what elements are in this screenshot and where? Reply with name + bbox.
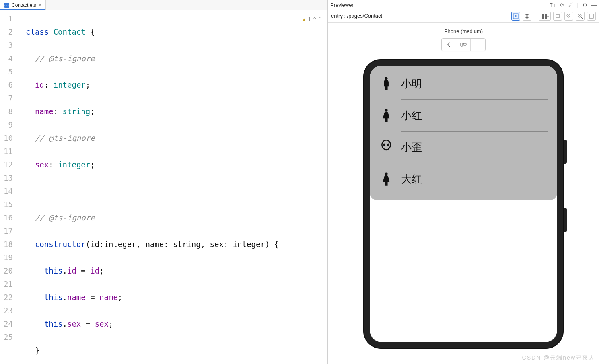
contact-name: 小歪 [401,140,422,154]
rotate-device-button[interactable] [456,39,471,51]
svg-rect-4 [542,14,544,16]
font-size-icon[interactable]: Tᴛ [550,2,556,8]
svg-line-13 [581,17,583,19]
nav-back-button[interactable] [442,39,456,51]
device-controls: ⋯ [441,38,486,51]
gear-icon[interactable]: ⚙ [583,2,587,8]
contact-row[interactable]: 小红 [379,100,548,131]
svg-text:ETS: ETS [4,4,9,7]
crop-icon[interactable] [553,12,562,21]
phone-side-button-1 [564,140,567,164]
svg-rect-8 [556,14,559,18]
contact-name: 小红 [401,109,422,123]
line-gutter: 1234567891011121314151617181920212223242… [0,10,16,364]
female-icon [379,108,394,123]
fit-screen-button[interactable] [587,12,596,21]
watermark: CSDN @云端new守夜人 [522,354,595,362]
contact-name: 大红 [401,172,422,186]
more-options-button[interactable]: ⋯ [471,39,485,51]
editor-tabbar: ETS Contact.ets × [0,0,327,10]
svg-line-10 [570,17,571,19]
minimize-icon[interactable]: — [591,2,597,8]
tab-close-button[interactable]: × [39,2,41,8]
layout-mode-dropdown[interactable] [539,12,551,21]
previewer-titlebar: Previewer Tᴛ ⟳ ☄ | ⚙ — [328,0,599,10]
ets-file-icon: ETS [4,2,10,8]
code-content[interactable]: class Contact { // @ts-ignore id: intege… [23,10,327,364]
svg-rect-18 [463,43,466,45]
previewer-title: Previewer [330,2,354,8]
refresh-icon[interactable]: ⟳ [560,2,564,8]
divider: | [577,2,578,8]
code-editor[interactable]: ▲ 1 ^ ˅ 12345678910111213141516171819202… [0,10,327,364]
svg-rect-7 [545,16,547,19]
alien-icon [379,140,394,155]
phone-side-button-2 [564,208,567,232]
component-tree-button[interactable] [523,12,531,21]
filter-icon[interactable]: ☄ [568,2,573,8]
svg-rect-17 [461,43,463,46]
fold-column [16,10,23,364]
inspector-toggle-button[interactable] [511,12,520,21]
zoom-in-button[interactable] [576,12,585,21]
phone-screen[interactable]: 小明小红小歪大红 [370,66,557,342]
editor-pane: ETS Contact.ets × ▲ 1 ^ ˅ 12345678910111… [0,0,328,364]
svg-point-3 [515,15,517,17]
contact-row[interactable]: 小歪 [379,132,548,163]
zoom-out-button[interactable] [564,12,573,21]
previewer-breadcrumb: entry : /pages/Contact [331,13,382,19]
svg-rect-5 [545,14,547,16]
contact-row[interactable]: 大红 [379,163,548,195]
svg-rect-6 [542,16,544,19]
device-label: Phone (medium) [444,28,483,34]
previewer-body: Phone (medium) ⋯ 小明小红小歪大红 CSDN @云端new守夜人 [328,23,599,364]
female-icon [379,171,394,187]
previewer-pane: Previewer Tᴛ ⟳ ☄ | ⚙ — entry : /pages/Co… [328,0,599,364]
file-tab-label: Contact.ets [12,2,36,8]
file-tab-contact[interactable]: ETS Contact.ets × [0,0,46,10]
contact-row[interactable]: 小明 [379,68,548,99]
contacts-card: 小明小红小歪大红 [370,66,557,200]
previewer-toolbar: entry : /pages/Contact [328,10,599,23]
contact-name: 小明 [401,77,422,91]
phone-frame: 小明小红小歪大红 [363,59,564,349]
male-icon [379,76,394,91]
